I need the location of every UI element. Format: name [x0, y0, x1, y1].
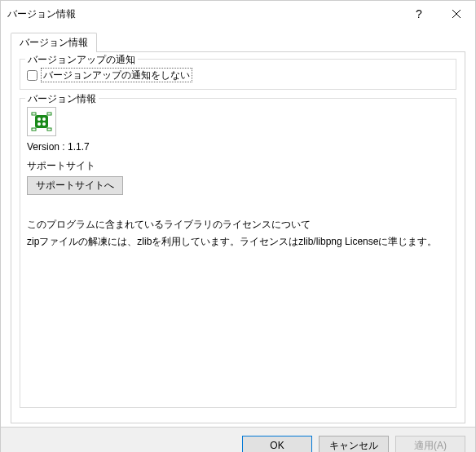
license-block: このプログラムに含まれているライブラリのライセンスについて zipファイルの解凍… [27, 218, 449, 249]
svg-rect-7 [32, 113, 36, 115]
group-version-info-legend: バージョン情報 [25, 92, 99, 106]
version-text: Version : 1.1.7 [27, 141, 449, 153]
svg-rect-8 [47, 113, 51, 115]
tab-version-info[interactable]: バージョン情報 [11, 33, 97, 52]
app-icon-graphic [30, 110, 53, 133]
svg-rect-9 [32, 128, 36, 131]
ok-button[interactable]: OK [242, 436, 312, 452]
group-update-notify-legend: バージョンアップの通知 [25, 53, 138, 67]
svg-point-4 [42, 117, 46, 121]
group-update-notify: バージョンアップの通知 バージョンアップの通知をしない [20, 59, 456, 90]
group-version-info: バージョン情報 Version : 1.1.7 [20, 98, 456, 408]
license-body: zipファイルの解凍には、zlibを利用しています。ライセンスはzlib/lib… [27, 235, 449, 249]
apply-button: 適用(A) [395, 436, 465, 452]
close-button[interactable] [438, 1, 475, 27]
tabs-header: バージョン情報 [11, 32, 465, 51]
support-site-label: サポートサイト [27, 159, 449, 173]
svg-rect-10 [47, 128, 51, 131]
client-area: バージョン情報 バージョンアップの通知 バージョンアップの通知をしない バージョ… [1, 27, 475, 427]
checkbox-row-notify: バージョンアップの通知をしない [27, 68, 449, 82]
svg-point-6 [42, 122, 46, 126]
close-icon [452, 10, 461, 18]
title-bar: バージョン情報 ? [1, 1, 475, 27]
app-icon [27, 107, 56, 136]
tab-body: バージョンアップの通知 バージョンアップの通知をしない バージョン情報 [11, 51, 465, 423]
support-site-button[interactable]: サポートサイトへ [27, 176, 123, 195]
window-title: バージョン情報 [7, 7, 400, 21]
license-heading: このプログラムに含まれているライブラリのライセンスについて [27, 218, 449, 232]
cancel-button[interactable]: キャンセル [319, 436, 389, 452]
dialog-button-bar: OK キャンセル 適用(A) [1, 427, 475, 452]
dialog-window: バージョン情報 ? バージョン情報 バージョンアップの通知 バージョンアップの通… [0, 0, 476, 452]
svg-point-5 [37, 122, 41, 126]
svg-point-3 [37, 117, 41, 121]
svg-rect-2 [35, 115, 48, 128]
checkbox-suppress-notify[interactable] [27, 70, 37, 81]
help-button[interactable]: ? [400, 1, 438, 27]
checkbox-suppress-notify-label[interactable]: バージョンアップの通知をしない [41, 68, 192, 82]
